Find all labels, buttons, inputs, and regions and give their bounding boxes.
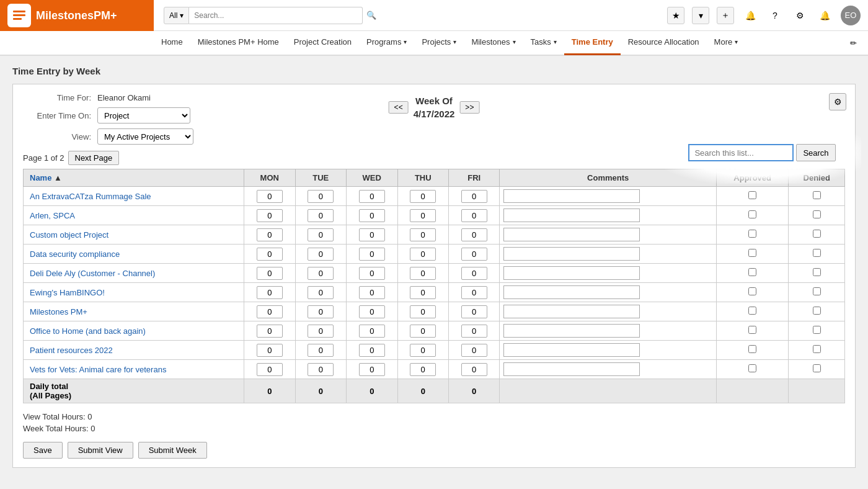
- submit-view-button[interactable]: Submit View: [68, 442, 133, 459]
- fri-input[interactable]: [461, 286, 487, 299]
- comment-input[interactable]: [503, 285, 640, 299]
- thu-input[interactable]: [410, 267, 436, 280]
- approved-checkbox[interactable]: [748, 326, 756, 334]
- approved-checkbox[interactable]: [748, 364, 756, 372]
- thu-input[interactable]: [410, 363, 436, 376]
- alerts-icon[interactable]: 🔔: [816, 7, 833, 24]
- denied-checkbox[interactable]: [813, 326, 821, 334]
- edit-nav-icon[interactable]: ✏: [845, 38, 862, 48]
- next-page-btn[interactable]: Next Page: [68, 151, 120, 165]
- comment-input[interactable]: [503, 362, 640, 376]
- project-name-link[interactable]: Data security compliance: [30, 249, 120, 259]
- project-name-link[interactable]: Ewing's HamBINGO!: [30, 288, 105, 297]
- mon-input[interactable]: [257, 248, 283, 261]
- project-name-link[interactable]: Arlen, SPCA: [30, 211, 75, 220]
- tue-input[interactable]: [308, 209, 334, 222]
- save-button[interactable]: Save: [23, 442, 63, 459]
- tue-input[interactable]: [308, 228, 334, 241]
- tue-input[interactable]: [308, 190, 334, 203]
- mon-input[interactable]: [257, 190, 283, 203]
- mon-input[interactable]: [257, 267, 283, 280]
- approved-checkbox[interactable]: [748, 230, 756, 238]
- wed-input[interactable]: [359, 248, 385, 261]
- thu-input[interactable]: [410, 209, 436, 222]
- nav-tasks[interactable]: Tasks ▾: [523, 30, 564, 55]
- settings-icon[interactable]: ⚙: [791, 7, 808, 24]
- fri-input[interactable]: [461, 305, 487, 318]
- thu-input[interactable]: [410, 190, 436, 203]
- mon-input[interactable]: [257, 305, 283, 318]
- fri-input[interactable]: [461, 344, 487, 357]
- mon-input[interactable]: [257, 344, 283, 357]
- approved-checkbox[interactable]: [748, 210, 756, 218]
- tue-input[interactable]: [308, 344, 334, 357]
- add-btn[interactable]: ＋: [717, 7, 734, 24]
- tue-input[interactable]: [308, 286, 334, 299]
- project-name-link[interactable]: Custom object Project: [30, 230, 108, 240]
- tue-input[interactable]: [308, 305, 334, 318]
- comment-input[interactable]: [503, 324, 640, 338]
- fri-input[interactable]: [461, 248, 487, 261]
- wed-input[interactable]: [359, 228, 385, 241]
- list-search-button[interactable]: Search: [796, 144, 835, 161]
- user-avatar[interactable]: EO: [841, 6, 861, 25]
- global-search-input[interactable]: [189, 7, 363, 24]
- nav-programs[interactable]: Programs ▾: [359, 30, 414, 55]
- comment-input[interactable]: [503, 305, 640, 318]
- comment-input[interactable]: [503, 266, 640, 280]
- nav-milestones-pm-home[interactable]: Milestones PM+ Home: [190, 30, 286, 55]
- denied-checkbox[interactable]: [813, 364, 821, 372]
- wed-input[interactable]: [359, 286, 385, 299]
- nav-resource-allocation[interactable]: Resource Allocation: [621, 30, 707, 55]
- thu-input[interactable]: [410, 305, 436, 318]
- wed-input[interactable]: [359, 344, 385, 357]
- nav-project-creation[interactable]: Project Creation: [286, 30, 359, 55]
- mon-input[interactable]: [257, 325, 283, 338]
- approved-checkbox[interactable]: [748, 307, 756, 315]
- search-icon[interactable]: 🔍: [366, 11, 376, 20]
- fri-input[interactable]: [461, 190, 487, 203]
- help-icon[interactable]: ?: [766, 7, 784, 24]
- enter-time-on-select[interactable]: Project Task: [97, 107, 190, 123]
- approved-checkbox[interactable]: [748, 268, 756, 276]
- denied-checkbox[interactable]: [813, 249, 821, 257]
- tue-input[interactable]: [308, 267, 334, 280]
- comment-input[interactable]: [503, 247, 640, 261]
- comment-input[interactable]: [503, 209, 640, 222]
- denied-checkbox[interactable]: [813, 345, 821, 353]
- mon-input[interactable]: [257, 286, 283, 299]
- wed-input[interactable]: [359, 190, 385, 203]
- name-sort-link[interactable]: Name: [30, 173, 51, 182]
- project-name-link[interactable]: Vets for Vets: Animal care for veterans: [30, 365, 166, 374]
- fri-input[interactable]: [461, 325, 487, 338]
- favorites-btn[interactable]: ★: [667, 7, 684, 24]
- project-name-link[interactable]: Office to Home (and back again): [30, 326, 146, 336]
- nav-projects[interactable]: Projects ▾: [414, 30, 464, 55]
- denied-checkbox[interactable]: [813, 287, 821, 295]
- mon-input[interactable]: [257, 209, 283, 222]
- fri-input[interactable]: [461, 209, 487, 222]
- wed-input[interactable]: [359, 325, 385, 338]
- wed-input[interactable]: [359, 363, 385, 376]
- thu-input[interactable]: [410, 248, 436, 261]
- denied-checkbox[interactable]: [813, 230, 821, 238]
- fri-input[interactable]: [461, 267, 487, 280]
- prev-week-btn[interactable]: <<: [389, 101, 409, 114]
- tue-input[interactable]: [308, 325, 334, 338]
- next-week-btn[interactable]: >>: [459, 101, 479, 114]
- comment-input[interactable]: [503, 189, 640, 203]
- denied-checkbox[interactable]: [813, 268, 821, 276]
- approved-checkbox[interactable]: [748, 345, 756, 353]
- mon-input[interactable]: [257, 228, 283, 241]
- project-name-link[interactable]: Milestones PM+: [30, 307, 87, 316]
- nav-time-entry[interactable]: Time Entry: [564, 30, 621, 55]
- approved-checkbox[interactable]: [748, 287, 756, 295]
- thu-input[interactable]: [410, 286, 436, 299]
- approved-checkbox[interactable]: [748, 191, 756, 199]
- wed-input[interactable]: [359, 209, 385, 222]
- comment-input[interactable]: [503, 228, 640, 241]
- nav-home[interactable]: Home: [154, 30, 190, 55]
- mon-input[interactable]: [257, 363, 283, 376]
- comment-input[interactable]: [503, 343, 640, 357]
- wed-input[interactable]: [359, 267, 385, 280]
